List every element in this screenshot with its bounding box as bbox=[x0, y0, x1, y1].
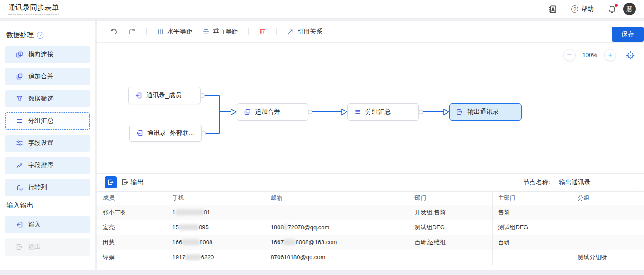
table-row: 张小二呀 101 开发组,售前 售前 bbox=[97, 205, 644, 220]
sidebar-item-label: 追加合并 bbox=[28, 72, 53, 81]
flow-node-append-merge[interactable]: 追加合并 bbox=[237, 103, 308, 121]
redacted-segment bbox=[182, 239, 199, 245]
output-panel-header: 输出 节点名称: bbox=[97, 174, 644, 192]
col-member: 成员 bbox=[97, 192, 167, 205]
node-name-input[interactable] bbox=[554, 176, 638, 189]
sidebar-item-label: 输出 bbox=[28, 243, 41, 251]
notification-bell-button[interactable] bbox=[608, 5, 616, 14]
cell-phone: 101 bbox=[167, 205, 265, 220]
sidebar-item-row-to-column[interactable]: 行转列 bbox=[5, 179, 90, 196]
page: { "header": { "title": "通讯录同步表单", "help_… bbox=[0, 0, 644, 275]
reference-relation-button[interactable]: 引用关系 bbox=[287, 28, 322, 36]
sidebar-item-label: 横向连接 bbox=[28, 50, 53, 58]
flow-node-contacts-external[interactable]: 通讯录_外部联... bbox=[129, 125, 202, 142]
redacted-segment bbox=[284, 239, 295, 245]
cell-group bbox=[572, 235, 644, 250]
cell-email bbox=[265, 205, 409, 220]
cell-dept: 测试组DFG bbox=[409, 220, 492, 235]
divider bbox=[248, 28, 249, 35]
export-icon bbox=[107, 179, 114, 186]
cell-group bbox=[572, 220, 644, 235]
output-tab[interactable]: 输出 bbox=[121, 178, 144, 187]
fit-view-button[interactable] bbox=[626, 51, 635, 60]
cell-member: 张小二呀 bbox=[97, 205, 167, 220]
zoom-controls: − 100% + bbox=[563, 49, 635, 61]
flow-node-output-contacts[interactable]: 输出通讯录 bbox=[449, 103, 522, 121]
sidebar-item-input[interactable]: 输入 bbox=[5, 216, 90, 233]
field-sort-icon bbox=[16, 162, 23, 169]
redacted-segment bbox=[185, 254, 201, 260]
button-label: 垂直等距 bbox=[213, 28, 238, 36]
crosshair-icon bbox=[626, 51, 635, 60]
cell-dept: 开发组,售前 bbox=[409, 205, 492, 220]
avatar[interactable]: 慧 bbox=[623, 3, 636, 15]
sidebar-item-label: 字段排序 bbox=[28, 161, 53, 169]
col-email: 邮箱 bbox=[265, 192, 409, 205]
flow-node-group-summary[interactable]: 分组汇总 bbox=[347, 103, 419, 121]
output-tab-button[interactable] bbox=[105, 176, 117, 188]
sidebar-item-horizontal-join[interactable]: 横向连接 bbox=[5, 46, 90, 63]
cell-phone: 15095 bbox=[167, 220, 265, 235]
reference-relation-icon bbox=[287, 28, 294, 35]
node-label: 追加合并 bbox=[255, 108, 280, 116]
import-icon bbox=[136, 130, 143, 137]
cell-dept bbox=[409, 250, 492, 265]
notification-dot bbox=[615, 4, 618, 7]
redo-button[interactable] bbox=[128, 27, 136, 36]
table-row: 宏亮 15095 180872078@qq.com 测试组DFG 测试组DFG bbox=[97, 220, 644, 235]
table-row: 田慧 1668008 16678008@163.com 自研,运维组 自研 bbox=[97, 235, 644, 250]
filter-icon bbox=[16, 95, 23, 102]
sidebar-item-field-settings[interactable]: 字段设置 bbox=[5, 135, 90, 152]
header-actions: ? 帮助 慧 bbox=[548, 3, 636, 15]
help-button[interactable]: ? 帮助 bbox=[571, 5, 594, 13]
node-label: 通讯录_外部联... bbox=[147, 129, 194, 137]
cell-main-dept: 售前 bbox=[492, 205, 572, 220]
flow-canvas[interactable]: 通讯录_成员 通讯录_外部联... 追加合并 分组汇总 输出通讯录 − 100%… bbox=[97, 43, 644, 174]
section-data-processing: 数据处理 ? bbox=[6, 31, 89, 39]
node-label: 通讯录_成员 bbox=[146, 92, 182, 100]
redacted-segment bbox=[284, 224, 288, 230]
table-row: 谭娟 19176220 870610180@qq.com 测试分组呀 bbox=[97, 250, 644, 265]
sliders-icon bbox=[16, 140, 23, 147]
cell-main-dept: 测试组DFG bbox=[492, 220, 572, 235]
app-header: 通讯录同步表单 ? 帮助 慧 bbox=[0, 0, 644, 19]
col-main-dept: 主部门 bbox=[492, 192, 572, 205]
delete-button[interactable] bbox=[259, 28, 266, 35]
flow-node-contacts-members[interactable]: 通讯录_成员 bbox=[128, 87, 201, 104]
button-label: 引用关系 bbox=[297, 28, 322, 36]
export-icon bbox=[16, 243, 23, 251]
distribute-vertical-button[interactable]: 垂直等距 bbox=[202, 28, 238, 36]
sidebar-item-field-sort[interactable]: 字段排序 bbox=[5, 157, 90, 174]
cell-member: 田慧 bbox=[97, 235, 167, 250]
export-icon bbox=[456, 108, 463, 116]
node-name-field: 节点名称: bbox=[523, 176, 637, 189]
sidebar-item-data-filter[interactable]: 数据筛选 bbox=[5, 90, 90, 107]
cell-phone: 19176220 bbox=[167, 250, 265, 265]
save-button[interactable]: 保存 bbox=[612, 27, 644, 42]
output-preview-table: 成员 手机 邮箱 部门 主部门 分组 张小二呀 101 开发组,售前 售前 宏亮… bbox=[97, 192, 644, 265]
redo-icon bbox=[128, 27, 136, 36]
cell-group: 测试分组呀 bbox=[572, 250, 644, 265]
sidebar: 数据处理 ? 横向连接 追加合并 数据筛选 分组汇总 字段设置 字段排序 行转列… bbox=[0, 21, 95, 270]
row-to-column-icon bbox=[16, 184, 23, 191]
section-title: 数据处理 bbox=[6, 31, 34, 39]
sidebar-item-append-merge[interactable]: 追加合并 bbox=[5, 68, 90, 85]
zoom-in-button[interactable]: + bbox=[604, 49, 616, 61]
table-header-row: 成员 手机 邮箱 部门 主部门 分组 bbox=[97, 192, 644, 205]
cell-group bbox=[572, 205, 644, 220]
group-summary-icon bbox=[354, 108, 361, 116]
col-dept: 部门 bbox=[409, 192, 492, 205]
help-circle-icon[interactable]: ? bbox=[37, 32, 43, 39]
cell-dept: 自研,运维组 bbox=[409, 235, 492, 250]
undo-icon bbox=[109, 27, 118, 36]
page-title[interactable]: 通讯录同步表单 bbox=[8, 3, 59, 15]
cell-email: 180872078@qq.com bbox=[265, 220, 409, 235]
distribute-horizontal-button[interactable]: 水平等距 bbox=[157, 28, 192, 36]
zoom-out-button[interactable]: − bbox=[563, 49, 576, 61]
col-phone: 手机 bbox=[167, 192, 265, 205]
undo-button[interactable] bbox=[109, 27, 118, 36]
cell-email: 870610180@qq.com bbox=[265, 250, 409, 265]
address-book-icon[interactable] bbox=[548, 5, 557, 14]
redacted-segment bbox=[176, 209, 204, 215]
sidebar-item-group-summary[interactable]: 分组汇总 bbox=[5, 112, 90, 130]
